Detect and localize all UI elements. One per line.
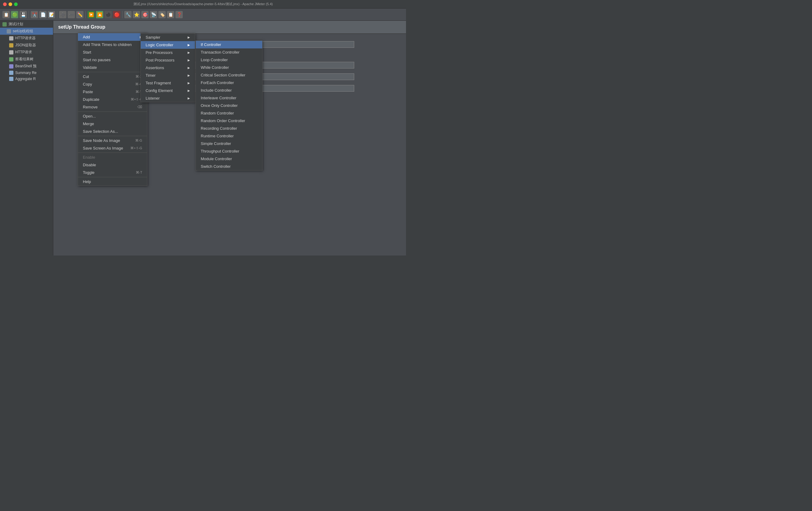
throughput-controller-label: Throughput Controller [201, 149, 239, 153]
lc-once-only-controller[interactable]: Once Only Controller [196, 102, 262, 109]
lc-interleave-controller[interactable]: Interleave Controller [196, 94, 262, 102]
menu-save-screen-image[interactable]: Save Screen As Image ⌘+⇧-G [78, 144, 147, 152]
menu-validate[interactable]: Validate [78, 64, 147, 71]
menu-add-think-times[interactable]: Add Think Times to children [78, 41, 147, 49]
lc-while-controller[interactable]: While Controller [196, 64, 262, 71]
submenu-assertions[interactable]: Assertions ▶ [141, 64, 195, 71]
submenu-post-processors[interactable]: Post Processors ▶ [141, 56, 195, 64]
menu-open[interactable]: Open... [78, 112, 147, 120]
lc-throughput-controller[interactable]: Throughput Controller [196, 147, 262, 155]
toolbar-paste[interactable]: 📝 [48, 11, 55, 18]
lc-simple-controller[interactable]: Simple Controller [196, 140, 262, 147]
menu-help[interactable]: Help [78, 178, 147, 185]
menu-duplicate[interactable]: Duplicate ⌘+⇧-C [78, 96, 147, 103]
sampler-label: Sampler [146, 35, 160, 39]
random-order-controller-label: Random Order Controller [201, 118, 245, 123]
menu-remove[interactable]: Remove ⌫ [78, 103, 147, 111]
close-button[interactable] [3, 2, 7, 6]
submenu-timer[interactable]: Timer ▶ [141, 71, 195, 79]
toolbar-remove[interactable]: ➖ [68, 11, 75, 18]
menu-cut[interactable]: Cut ⌘-X [78, 73, 147, 81]
toolbar-edit[interactable]: ✏️ [76, 11, 83, 18]
toolbar-cut[interactable]: ✂️ [31, 11, 38, 18]
sidebar-item-setup-thread-group[interactable]: setUp线程组 [0, 28, 53, 35]
lc-random-order-controller[interactable]: Random Order Controller [196, 117, 262, 125]
toolbar-open[interactable]: 🟢 [11, 11, 18, 18]
lc-foreach-controller[interactable]: ForEach Controller [196, 79, 262, 87]
toolbar-log-viewer[interactable]: 📋 [167, 11, 174, 18]
sidebar-item-test-plan[interactable]: 测试计划 [0, 21, 53, 28]
post-processors-arrow: ▶ [187, 58, 190, 62]
lc-transaction-controller[interactable]: Transaction Controller [196, 49, 262, 56]
menu-paste[interactable]: Paste ⌘-V [78, 88, 147, 96]
interleave-controller-label: Interleave Controller [201, 96, 236, 100]
submenu-listener[interactable]: Listener ▶ [141, 94, 195, 102]
lc-module-controller[interactable]: Module Controller [196, 155, 262, 162]
results-tree-icon [9, 57, 13, 61]
menu-duplicate-label: Duplicate [83, 97, 99, 102]
menu-start-no-pauses[interactable]: Start no pauses [78, 56, 147, 64]
setup-thread-icon [7, 29, 11, 33]
toolbar-help[interactable]: ❓ [175, 11, 183, 18]
toolbar-divider-3 [85, 11, 86, 18]
toolbar-remote[interactable]: 🎯 [141, 11, 149, 18]
lc-runtime-controller[interactable]: Runtime Controller [196, 132, 262, 140]
sidebar-item-aggregate[interactable]: Aggregate R [0, 76, 53, 82]
sep2 [78, 112, 147, 112]
menu-toggle[interactable]: Toggle ⌘-T [78, 169, 147, 176]
toolbar-proxy[interactable]: 📡 [150, 11, 157, 18]
menu-disable[interactable]: Disable [78, 161, 147, 169]
results-tree-label: 察看结果树 [15, 57, 33, 62]
lc-switch-controller[interactable]: Switch Controller [196, 162, 262, 170]
toolbar-divider-4 [122, 11, 122, 18]
sidebar-item-json[interactable]: JSON提取器 [0, 42, 53, 49]
minimize-button[interactable] [8, 2, 12, 6]
toolbar-log[interactable]: 🏷️ [158, 11, 166, 18]
menu-save-selection[interactable]: Save Selection As... [78, 128, 147, 135]
toolbar-new[interactable]: 📋 [2, 11, 10, 18]
toolbar-stop-now[interactable]: 🔴 [113, 11, 120, 18]
menu-paste-label: Paste [83, 90, 93, 94]
menu-merge[interactable]: Merge [78, 120, 147, 128]
submenu-config-element[interactable]: Config Element ▶ [141, 87, 195, 94]
post-processors-label: Post Processors [146, 58, 175, 62]
lc-loop-controller[interactable]: Loop Controller [196, 56, 262, 64]
maximize-button[interactable] [14, 2, 18, 6]
menu-start[interactable]: Start [78, 49, 147, 56]
beanshell-icon [9, 64, 13, 68]
sidebar-item-beanshell[interactable]: BeanShell 预 [0, 63, 53, 70]
toolbar-config[interactable]: 🔧 [124, 11, 132, 18]
context-menu: Add ▶ Add Think Times to children Start … [78, 33, 147, 186]
toolbar-run-no-pause[interactable]: 🔼 [96, 11, 103, 18]
sidebar-item-results-tree[interactable]: 察看结果树 [0, 56, 53, 63]
toolbar-add[interactable]: ➕ [59, 11, 66, 18]
sidebar-item-http-req1[interactable]: HTTP请求器 [0, 35, 53, 42]
window-controls[interactable] [3, 2, 18, 6]
submenu-logic-controller[interactable]: Logic Controller ▶ [141, 41, 195, 49]
menu-add[interactable]: Add ▶ [78, 33, 147, 41]
content-title: setUp Thread Group [53, 21, 406, 34]
sidebar-item-http-req2[interactable]: HTTP请求 [0, 49, 53, 56]
lc-critical-section-controller[interactable]: Critical Section Controller [196, 71, 262, 79]
lc-include-controller[interactable]: Include Controller [196, 87, 262, 94]
toolbar-run[interactable]: ▶️ [87, 11, 95, 18]
menu-toggle-label: Toggle [83, 170, 94, 175]
http-req2-icon [9, 50, 13, 55]
menu-add-label: Add [83, 35, 90, 39]
summary-label: Summary Re [15, 71, 36, 75]
menu-copy[interactable]: Copy ⌘-C [78, 81, 147, 88]
sidebar-item-summary[interactable]: Summary Re [0, 70, 53, 76]
toolbar-save[interactable]: 💾 [20, 11, 27, 18]
toolbar-templates[interactable]: ⭐ [133, 11, 140, 18]
submenu-pre-processors[interactable]: Pre Processors ▶ [141, 49, 195, 56]
lc-if-controller[interactable]: If Controller [196, 41, 262, 49]
toolbar-stop[interactable]: ⚫ [105, 11, 112, 18]
lc-recording-controller[interactable]: Recording Controller [196, 125, 262, 132]
lc-random-controller[interactable]: Random Controller [196, 109, 262, 117]
menu-save-node-image[interactable]: Save Node As Image ⌘-G [78, 137, 147, 144]
menu-save-screen-shortcut: ⌘+⇧-G [130, 146, 142, 150]
submenu-test-fragment[interactable]: Test Fragment ▶ [141, 79, 195, 87]
switch-controller-label: Switch Controller [201, 164, 231, 169]
submenu-sampler[interactable]: Sampler ▶ [141, 33, 195, 41]
toolbar-copy[interactable]: 📄 [39, 11, 47, 18]
